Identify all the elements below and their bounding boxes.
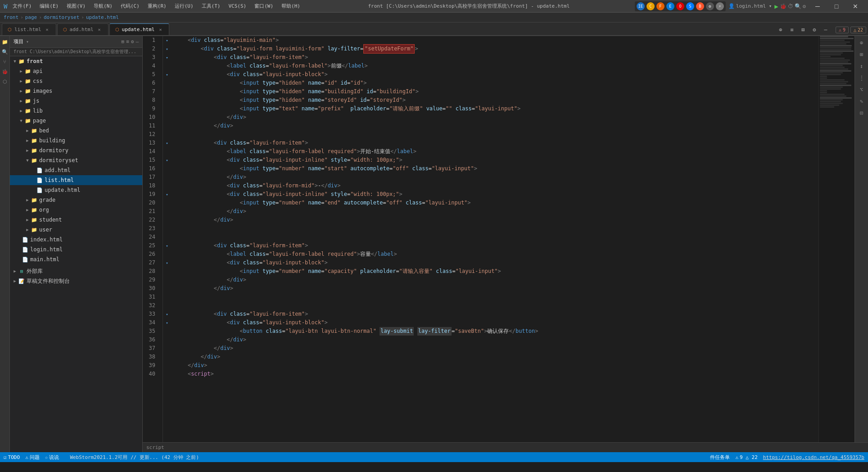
tab-update-html[interactable]: ⬡ update.html ✕ — [109, 23, 170, 35]
menu-tools[interactable]: 工具(T) — [199, 3, 223, 9]
tab-list-html[interactable]: ⬡ list.html ✕ — [2, 23, 56, 35]
tab-close-add[interactable]: ✕ — [96, 27, 103, 33]
status-notes[interactable]: ☆ 说说 — [45, 454, 59, 461]
toolbar-btn-4[interactable]: ⚙ — [809, 25, 819, 34]
menu-view[interactable]: 视图(V) — [64, 3, 88, 9]
menu-nav[interactable]: 导航(N) — [91, 3, 115, 9]
settings-icon[interactable]: ⚙ — [803, 3, 806, 9]
tree-item-user[interactable]: ▶ 📁 user — [10, 225, 142, 235]
tree-item-lib[interactable]: ▶ 📁 lib — [10, 106, 142, 116]
right-icon-4[interactable]: ⋮ — [857, 73, 867, 83]
menu-file[interactable]: 文件(F) — [10, 3, 34, 9]
toolbar-btn-2[interactable]: ≡ — [787, 25, 797, 34]
fold-icon-5[interactable]: ▾ — [163, 70, 171, 79]
fold-icon-2[interactable]: ▾ — [163, 45, 171, 53]
breadcrumb-update[interactable]: update.html — [86, 14, 119, 20]
minimize-button[interactable]: ─ — [809, 0, 827, 13]
run-icon[interactable]: ▶ — [774, 3, 778, 10]
activity-git[interactable]: ⑂ — [1, 58, 9, 66]
maximize-button[interactable]: □ — [827, 0, 845, 13]
sidebar-icon-1[interactable]: ⊞ — [122, 39, 125, 45]
fold-icon-13[interactable]: ▾ — [163, 139, 171, 147]
fold-icon-33[interactable]: ▾ — [163, 310, 171, 318]
tree-item-list-html[interactable]: 📄 list.html — [10, 175, 142, 185]
icon-opera[interactable]: O — [676, 2, 684, 10]
icon-chrome[interactable]: C — [646, 2, 655, 10]
tree-item-grade[interactable]: ▶ 📁 grade — [10, 195, 142, 205]
fold-icon-15[interactable]: ▾ — [163, 156, 171, 164]
menu-edit[interactable]: 编辑(E) — [37, 3, 61, 9]
profile-icon[interactable]: ⏱ — [788, 3, 793, 9]
close-button[interactable]: ✕ — [846, 0, 864, 13]
tab-close-update[interactable]: ✕ — [157, 27, 163, 33]
menu-refactor[interactable]: 重构(R) — [145, 3, 169, 9]
right-icon-3[interactable]: ↕ — [857, 61, 867, 71]
tree-item-student[interactable]: ▶ 📁 student — [10, 215, 142, 225]
fold-icon-27[interactable]: ▾ — [163, 259, 171, 267]
icon-firefox[interactable]: F — [656, 2, 665, 10]
sidebar-icon-3[interactable]: ⚙ — [131, 39, 134, 45]
fold-icon-3[interactable]: ▾ — [163, 53, 171, 62]
window-controls[interactable]: ─ □ ✕ — [809, 0, 864, 13]
tree-item-external-libs[interactable]: ▶ ⊞ 外部库 — [10, 266, 142, 276]
tree-item-dormitoryset[interactable]: ▼ 📁 dormitoryset — [10, 155, 142, 165]
toolbar-btn-1[interactable]: ⊕ — [776, 25, 786, 34]
activity-debug[interactable]: 🐞 — [1, 68, 9, 76]
tree-item-images[interactable]: ▶ 📁 images — [10, 86, 142, 96]
tree-item-scratch[interactable]: ▶ 📝 草稿文件和控制台 — [10, 276, 142, 286]
activity-search[interactable]: 🔍 — [1, 48, 9, 56]
menu-vcs[interactable]: VCS(S) — [226, 3, 249, 9]
tree-item-login-html[interactable]: 📄 login.html — [10, 245, 142, 254]
code-content[interactable]: <div class="layuimini-main"> <div class=… — [171, 36, 818, 442]
icon-edge[interactable]: E — [666, 2, 674, 10]
tree-item-dormitory[interactable]: ▶ 📁 dormitory — [10, 145, 142, 155]
tree-item-front[interactable]: ▼ 📁 front — [10, 56, 142, 66]
fold-icon-1[interactable]: ▾ — [163, 36, 171, 45]
tree-item-js[interactable]: ▶ 📁 js — [10, 96, 142, 106]
tree-item-page[interactable]: ▼ 📁 page — [10, 116, 142, 126]
right-icon-7[interactable]: ⊡ — [857, 108, 867, 118]
code-editor[interactable]: 1 2 3 4 5 6 7 8 9 10 11 12 13 14 15 16 1… — [143, 36, 868, 442]
fold-icon-34[interactable]: ▾ — [163, 318, 171, 327]
menu-help[interactable]: 帮助(H) — [279, 3, 303, 9]
tree-item-api[interactable]: ▶ 📁 api — [10, 66, 142, 76]
right-icon-6[interactable]: ✎ — [857, 96, 867, 106]
icon-brave[interactable]: B — [696, 2, 704, 10]
tab-add-html[interactable]: ⬡ add.html ✕ — [57, 23, 108, 35]
tree-item-add-html[interactable]: 📄 add.html — [10, 165, 142, 175]
menu-run[interactable]: 运行(U) — [172, 3, 196, 9]
breadcrumb-page[interactable]: page — [25, 14, 37, 20]
status-problems[interactable]: ⚠ 问题 — [25, 454, 40, 461]
icon-extra2[interactable]: ⚡ — [716, 2, 724, 10]
icon-safari[interactable]: S — [686, 2, 694, 10]
right-icon-1[interactable]: ⊕ — [857, 38, 867, 48]
status-todo[interactable]: ☑ TODO — [4, 454, 20, 460]
fold-icon-25[interactable]: ▾ — [163, 241, 171, 250]
tree-item-update-html[interactable]: 📄 update.html — [10, 185, 142, 195]
tree-item-org[interactable]: ▶ 📁 org — [10, 205, 142, 215]
right-icon-2[interactable]: ⊞ — [857, 50, 867, 59]
breadcrumb-dormitoryset[interactable]: dormitoryset — [44, 14, 79, 20]
activity-project[interactable]: 📁 — [1, 38, 9, 46]
icon-extra1[interactable]: ⚙ — [706, 2, 714, 10]
sidebar-icon-4[interactable]: — — [136, 39, 139, 45]
toolbar-btn-5[interactable]: — — [821, 25, 831, 34]
right-icon-5[interactable]: ⌥ — [857, 85, 867, 95]
menu-window[interactable]: 窗口(W) — [252, 3, 276, 9]
status-url[interactable]: https://tilog.csdn.net/qa_4559357b — [763, 454, 864, 460]
fold-icon-19[interactable]: ▾ — [163, 190, 171, 199]
menu-code[interactable]: 代码(C) — [118, 3, 142, 9]
tree-item-index-html[interactable]: 📄 index.html — [10, 235, 142, 245]
tree-item-main-html[interactable]: 📄 main.html — [10, 254, 142, 264]
tree-item-building[interactable]: ▶ 📁 building — [10, 136, 142, 145]
debug-icon[interactable]: 🐞 — [780, 3, 787, 9]
tree-item-css[interactable]: ▶ 📁 css — [10, 76, 142, 86]
tab-close-list[interactable]: ✕ — [44, 27, 50, 33]
search-icon[interactable]: 🔍 — [795, 3, 801, 9]
tree-item-bed[interactable]: ▶ 📁 bed — [10, 126, 142, 136]
sidebar-icon-2[interactable]: ≡ — [126, 39, 129, 45]
status-tasks[interactable]: 件任务单 — [710, 454, 730, 461]
activity-extensions[interactable]: ⬡ — [1, 77, 9, 86]
toolbar-btn-3[interactable]: ⊞ — [798, 25, 808, 34]
breadcrumb-front[interactable]: front — [4, 14, 18, 20]
